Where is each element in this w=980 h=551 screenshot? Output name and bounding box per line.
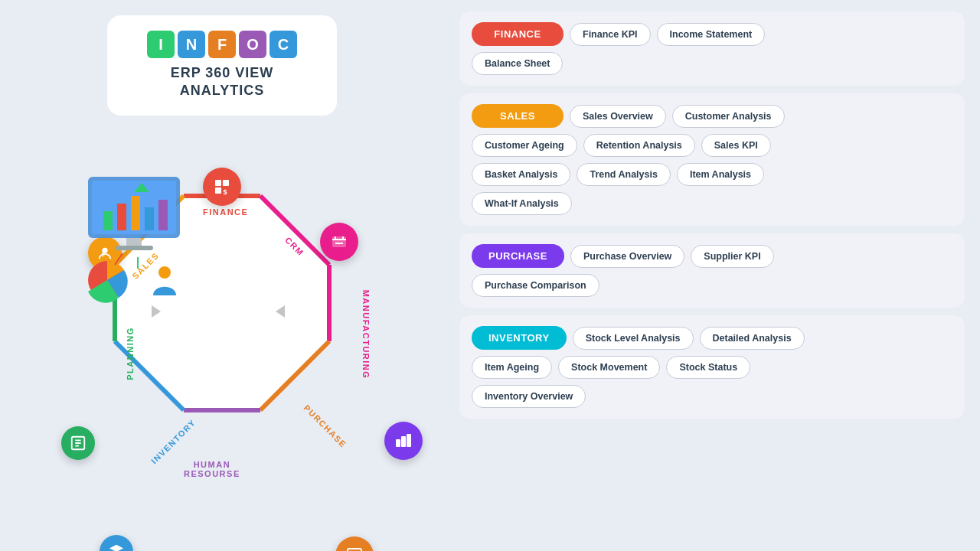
svg-text:$: $ (224, 188, 227, 196)
svg-rect-10 (223, 180, 229, 186)
finance-card: FINANCE Finance KPI Income Statement Bal… (459, 11, 965, 86)
detailed-analysis-btn[interactable]: Detailed Analysis (700, 327, 805, 350)
supplier-kpi-btn[interactable]: Supplier KPI (691, 245, 773, 268)
logo-letter-c: C (270, 31, 297, 58)
purchase-row-2: Purchase Comparison (472, 274, 952, 297)
inventory-card: INVENTORY Stock Level Analysis Detailed … (459, 315, 965, 419)
inventory-icon-circle (100, 535, 133, 551)
item-analysis-btn[interactable]: Item Analysis (677, 163, 764, 186)
svg-rect-19 (401, 436, 406, 447)
purchase-card: PURCHASE Purchase Overview Supplier KPI … (459, 233, 965, 308)
trend-analysis-btn[interactable]: Trend Analysis (577, 163, 670, 186)
svg-rect-28 (131, 196, 140, 230)
right-panel: FINANCE Finance KPI Income Statement Bal… (444, 0, 980, 551)
sales-row-3: Basket Analysis Trend Analysis Item Anal… (472, 163, 952, 186)
seg-label-manufacturing: MANUFACTURING (361, 289, 371, 379)
svg-rect-32 (115, 246, 153, 250)
what-if-analysis-btn[interactable]: What-If Analysis (472, 192, 572, 215)
diagram-container: FINANCE SALES CRM PLANNING MANUFACTURING… (31, 116, 413, 506)
inventory-row-2: Item Ageing Stock Movement Stock Status (472, 356, 952, 379)
logo-letter-o: O (239, 31, 266, 58)
customer-ageing-btn[interactable]: Customer Ageing (472, 134, 577, 157)
inventory-row-1: INVENTORY Stock Level Analysis Detailed … (472, 326, 952, 350)
purchase-overview-btn[interactable]: Purchase Overview (570, 245, 684, 268)
crm-icon-circle (320, 223, 358, 261)
purchase-row-1: PURCHASE Purchase Overview Supplier KPI (472, 244, 952, 268)
center-graphic (61, 161, 214, 315)
sales-row-2: Customer Ageing Retention Analysis Sales… (472, 134, 952, 157)
basket-analysis-btn[interactable]: Basket Analysis (472, 163, 570, 186)
svg-rect-15 (332, 236, 346, 247)
seg-label-human: HUMANRESOURSE (184, 460, 240, 478)
income-statement-btn[interactable]: Income Statement (657, 23, 766, 46)
sales-badge[interactable]: SALES (472, 104, 564, 128)
item-ageing-btn[interactable]: Item Ageing (472, 356, 552, 379)
finance-kpi-btn[interactable]: Finance KPI (570, 23, 651, 46)
svg-rect-11 (215, 187, 221, 194)
logo-letters: I N F O C (138, 31, 306, 58)
logo-box: I N F O C ERP 360 VIEWANALYTICS (107, 15, 337, 116)
logo-letter-i: I (147, 31, 175, 58)
finance-badge[interactable]: FINANCE (472, 22, 564, 46)
finance-row-2: Balance Sheet (472, 52, 952, 75)
purchase-comparison-btn[interactable]: Purchase Comparison (472, 274, 599, 297)
stock-status-btn[interactable]: Stock Status (666, 356, 750, 379)
svg-rect-9 (215, 180, 221, 186)
stock-movement-btn[interactable]: Stock Movement (558, 356, 660, 379)
sales-row-4: What-If Analysis (472, 192, 952, 215)
sales-kpi-btn[interactable]: Sales KPI (701, 134, 771, 157)
retention-analysis-btn[interactable]: Retention Analysis (583, 134, 695, 157)
logo-letter-n: N (178, 31, 205, 58)
left-panel: I N F O C ERP 360 VIEWANALYTICS (0, 0, 444, 551)
svg-rect-30 (158, 200, 168, 230)
sales-card: SALES Sales Overview Customer Analysis C… (459, 93, 965, 226)
svg-rect-20 (407, 434, 411, 447)
manufacturing-icon-circle (384, 422, 423, 460)
svg-rect-26 (103, 211, 113, 230)
customer-analysis-btn[interactable]: Customer Analysis (672, 105, 785, 128)
sales-row-1: SALES Sales Overview Customer Analysis (472, 104, 952, 128)
inventory-row-3: Inventory Overview (472, 385, 952, 408)
planning-icon-circle (61, 426, 95, 460)
arrow-manufacturing (276, 305, 285, 318)
finance-row-1: FINANCE Finance KPI Income Statement (472, 22, 952, 46)
purchase-icon-circle (335, 536, 374, 551)
svg-rect-16 (335, 243, 343, 244)
svg-point-34 (158, 266, 171, 279)
svg-rect-29 (145, 207, 154, 230)
balance-sheet-btn[interactable]: Balance Sheet (472, 52, 563, 75)
seg-label-planning: PLANNING (126, 327, 135, 380)
stock-level-analysis-btn[interactable]: Stock Level Analysis (573, 327, 694, 350)
purchase-badge[interactable]: PURCHASE (472, 244, 564, 268)
inventory-overview-btn[interactable]: Inventory Overview (472, 385, 586, 408)
sales-overview-btn[interactable]: Sales Overview (570, 105, 666, 128)
svg-rect-18 (396, 439, 400, 447)
inventory-badge[interactable]: INVENTORY (472, 326, 567, 350)
logo-title: ERP 360 VIEWANALYTICS (138, 64, 306, 100)
svg-rect-27 (117, 204, 126, 230)
logo-letter-f: F (208, 31, 236, 58)
